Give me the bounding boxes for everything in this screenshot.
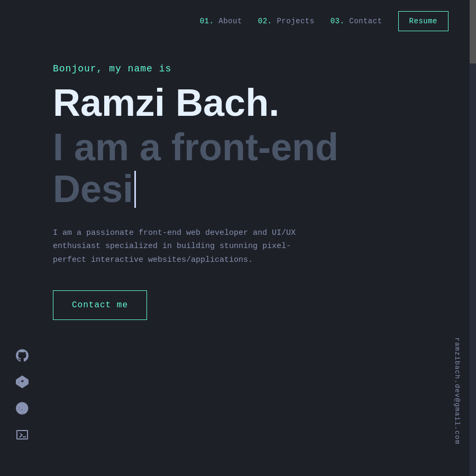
subtitle-heading: I am a front-end Desi xyxy=(53,126,444,210)
nav-contact-text: Contact xyxy=(349,17,382,25)
nav-projects-number: 02. xyxy=(258,17,272,25)
description-text: I am a passionate front-end web develope… xyxy=(53,226,307,267)
nav-about-text: About xyxy=(218,17,242,25)
freecodecamp-icon[interactable] xyxy=(16,402,29,418)
nav-projects[interactable]: 02. Projects xyxy=(258,17,315,25)
name-heading: Ramzi Bach. xyxy=(53,82,444,124)
email-sidebar: ramzibach.dev@gmail.com xyxy=(453,337,461,444)
scrollbar[interactable] xyxy=(470,0,476,476)
subtitle-line2-text: Desi xyxy=(53,168,133,210)
scrollbar-thumb[interactable] xyxy=(470,0,476,63)
cursor-blink xyxy=(134,171,136,208)
nav-contact[interactable]: 03. Contact xyxy=(331,17,382,25)
hero-section: Bonjour, my name is Ramzi Bach. I am a f… xyxy=(53,63,444,320)
nav-projects-text: Projects xyxy=(277,17,314,25)
terminal-icon[interactable] xyxy=(16,428,29,444)
navbar: 01. About 02. Projects 03. Contact Resum… xyxy=(0,0,470,42)
greeting-text: Bonjour, my name is xyxy=(53,63,444,74)
nav-about-number: 01. xyxy=(200,17,214,25)
contact-button[interactable]: Contact me xyxy=(53,290,147,320)
email-text[interactable]: ramzibach.dev@gmail.com xyxy=(453,337,461,444)
nav-contact-number: 03. xyxy=(331,17,345,25)
sidebar-icons xyxy=(16,349,29,444)
subtitle-line2: Desi xyxy=(53,168,444,210)
github-icon[interactable] xyxy=(16,349,29,365)
codepen-icon[interactable] xyxy=(16,376,29,391)
resume-button[interactable]: Resume xyxy=(398,11,448,31)
subtitle-line1: I am a front-end xyxy=(53,126,444,168)
nav-about[interactable]: 01. About xyxy=(200,17,242,25)
